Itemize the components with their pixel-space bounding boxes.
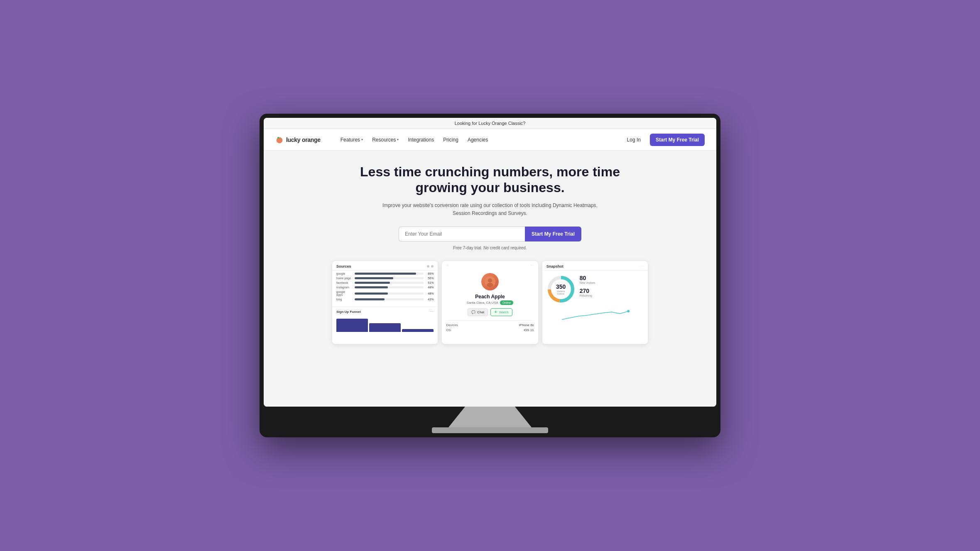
sources-title: Sources xyxy=(336,264,351,268)
sources-header: Sources xyxy=(332,261,438,271)
funnel-header: Sign Up Funnel ⋯ xyxy=(336,310,434,314)
source-bar-bg xyxy=(355,286,424,288)
returning-number: 270 xyxy=(580,288,595,294)
logo-text: lucky orange xyxy=(286,137,321,143)
chat-icon: 💬 xyxy=(471,310,475,314)
hero-title: Less time crunching numbers, more time g… xyxy=(360,164,620,196)
chat-button[interactable]: 💬 Chat xyxy=(468,308,488,316)
devices-row: Devices iPhone 6s xyxy=(446,323,534,327)
source-bar-bg xyxy=(355,277,424,279)
visitor-avatar xyxy=(481,273,499,290)
source-pct: 48% xyxy=(426,292,434,295)
star-icon: ☆ xyxy=(446,263,449,267)
sources-row-facebook: facebook 51% xyxy=(336,281,434,284)
source-pct: 51% xyxy=(426,281,434,284)
source-pct: 48% xyxy=(426,286,434,289)
source-label: facebook xyxy=(336,281,352,284)
svg-point-5 xyxy=(488,278,492,283)
nav-cta-button[interactable]: Start My Free Trial xyxy=(650,134,705,146)
source-label: google xyxy=(336,272,352,275)
source-bar-fill xyxy=(355,277,393,279)
source-bar-fill xyxy=(355,286,388,288)
source-pct: 56% xyxy=(426,277,434,280)
donut-chart: 350 Visitors Online xyxy=(546,275,576,304)
visitor-details: Devices iPhone 6s OS iOS 11 xyxy=(446,320,534,333)
hero-cta-button[interactable]: Start My Free Trial xyxy=(525,227,581,241)
source-label: instagram xyxy=(336,286,352,289)
svg-point-10 xyxy=(627,310,630,312)
sources-row-googleapps: google apps 48% xyxy=(336,290,434,296)
resources-chevron-icon: ▾ xyxy=(397,138,399,141)
funnel-section: Sign Up Funnel ⋯ xyxy=(332,307,438,334)
screen: Looking for Lucky Orange Classic? lucky … xyxy=(264,118,716,407)
avatar-icon xyxy=(484,276,496,288)
sparkline-container xyxy=(542,308,648,324)
more-icon[interactable]: ⋯ xyxy=(531,263,534,267)
new-visitors-stat: 80 New visitors xyxy=(580,275,595,284)
nav-agencies[interactable]: Agencies xyxy=(464,134,491,145)
snapshot-header: Snapshot ⋯ xyxy=(542,261,648,271)
login-button[interactable]: Log In xyxy=(623,134,645,145)
sparkline-svg xyxy=(546,308,644,320)
nav-pricing[interactable]: Pricing xyxy=(440,134,462,145)
trial-note: Free 7-day trial. No credit card require… xyxy=(453,246,527,250)
monitor-stand xyxy=(448,407,532,427)
navbar: lucky orange Features ▾ Resources ▾ Inte… xyxy=(264,129,716,151)
os-value: iOS 11 xyxy=(524,328,534,332)
snapshot-card: Snapshot ⋯ xyxy=(542,261,648,344)
visitor-card-header: ☆ ⋯ xyxy=(442,261,538,267)
watch-icon: 👁 xyxy=(494,310,497,314)
sources-row-bing: bing 43% xyxy=(336,298,434,301)
logo-icon xyxy=(275,136,284,144)
visitor-card-body: Peach Apple Santa Clara, CA USA Online 💬… xyxy=(442,267,538,337)
snapshot-title: Snapshot xyxy=(546,264,564,268)
snapshot-body: 350 Visitors Online 80 New visitors 270 xyxy=(542,271,648,308)
sources-card: Sources google 89% xyxy=(332,261,438,344)
monitor-base xyxy=(432,427,548,433)
top-banner: Looking for Lucky Orange Classic? xyxy=(264,118,716,129)
nav-actions: Log In Start My Free Trial xyxy=(623,134,705,146)
dashboard-preview: Sources google 89% xyxy=(332,261,648,344)
status-badge: Online xyxy=(500,300,513,305)
sources-icon-2 xyxy=(431,265,434,268)
top-banner-text: Looking for Lucky Orange Classic? xyxy=(455,121,526,126)
sources-row-google: google 89% xyxy=(336,272,434,275)
watch-button[interactable]: 👁 Watch xyxy=(490,308,512,316)
funnel-bar-3 xyxy=(402,329,434,332)
svg-point-6 xyxy=(487,283,493,287)
source-label: home page xyxy=(336,277,352,280)
new-visitors-number: 80 xyxy=(580,275,595,281)
visitors-online-number: 350 xyxy=(554,283,568,290)
sources-actions xyxy=(427,265,434,268)
logo[interactable]: lucky orange xyxy=(275,136,321,144)
source-bar-fill xyxy=(355,282,390,284)
source-bar-bg xyxy=(355,298,424,300)
funnel-title: Sign Up Funnel xyxy=(336,310,361,314)
nav-resources[interactable]: Resources ▾ xyxy=(369,134,402,145)
nav-integrations[interactable]: Integrations xyxy=(404,134,437,145)
visitors-online-label: Visitors Online xyxy=(554,290,568,295)
source-pct: 43% xyxy=(426,298,434,301)
nav-features[interactable]: Features ▾ xyxy=(337,134,366,145)
funnel-menu-icon[interactable]: ⋯ xyxy=(430,310,434,314)
snapshot-menu-icon[interactable]: ⋯ xyxy=(640,264,644,268)
visitor-card: ☆ ⋯ Peach Apple Sant xyxy=(442,261,538,344)
source-bar-fill xyxy=(355,293,388,295)
source-bar-bg xyxy=(355,282,424,284)
source-label: bing xyxy=(336,298,352,301)
donut-center: 350 Visitors Online xyxy=(554,283,568,295)
sources-row-homepage: home page 56% xyxy=(336,277,434,280)
monitor: Looking for Lucky Orange Classic? lucky … xyxy=(260,114,720,437)
sources-row-instagram: instagram 48% xyxy=(336,286,434,289)
returning-stat: 270 Returning xyxy=(580,288,595,297)
sources-icon-1 xyxy=(427,265,429,268)
email-input[interactable] xyxy=(399,227,525,241)
device-value: iPhone 6s xyxy=(519,323,534,327)
os-row: OS iOS 11 xyxy=(446,328,534,332)
visitor-actions: 💬 Chat 👁 Watch xyxy=(468,308,512,316)
features-chevron-icon: ▾ xyxy=(361,138,363,141)
nav-links: Features ▾ Resources ▾ Integrations Pric… xyxy=(337,134,623,145)
visitor-location: Santa Clara, CA USA Online xyxy=(467,300,513,305)
new-visitors-label: New visitors xyxy=(580,281,595,284)
funnel-chart xyxy=(336,315,434,332)
